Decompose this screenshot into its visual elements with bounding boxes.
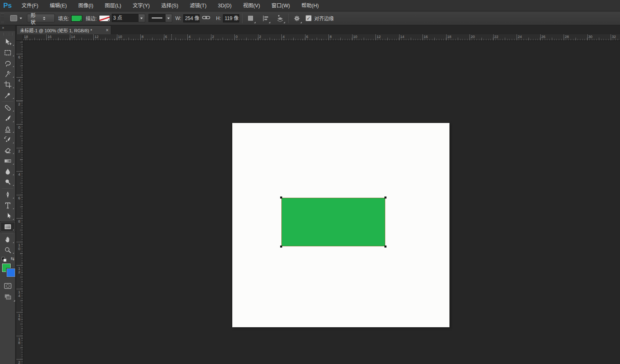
menu-items: 文件(F)编辑(E)图像(I)图层(L)文字(Y)选择(S)滤镜(T)3D(D)… bbox=[16, 0, 325, 11]
ruler-label: 10 bbox=[353, 35, 357, 39]
chevron-down-icon bbox=[254, 22, 256, 23]
menu-item-9[interactable]: 窗口(W) bbox=[266, 3, 296, 9]
ruler-label: 6 bbox=[306, 35, 308, 39]
shape-mode-select[interactable]: 形状 bbox=[27, 14, 55, 22]
ruler-major-tick bbox=[16, 289, 23, 289]
menu-item-10[interactable]: 帮助(H) bbox=[296, 3, 324, 9]
quick-mask-mode-button[interactable] bbox=[0, 281, 16, 291]
align-edges-label: 对齐边缘 bbox=[314, 15, 334, 22]
options-bar-grip[interactable] bbox=[1, 14, 4, 23]
separator bbox=[2, 101, 13, 102]
pen-tool[interactable] bbox=[0, 190, 16, 200]
height-label: H: bbox=[216, 16, 221, 21]
menu-item-3[interactable]: 图层(L) bbox=[99, 3, 127, 9]
ruler-major-tick bbox=[16, 218, 23, 219]
stroke-style-preview[interactable] bbox=[148, 14, 165, 22]
shape-anchor-handle[interactable] bbox=[280, 246, 282, 248]
shape-anchor-handle[interactable] bbox=[384, 197, 386, 199]
color-widget: ⇆ bbox=[0, 257, 16, 281]
shape-anchor-handle[interactable] bbox=[384, 246, 386, 248]
menu-item-0[interactable]: 文件(F) bbox=[16, 3, 44, 9]
menu-item-2[interactable]: 图像(I) bbox=[72, 3, 99, 9]
tool-preset-picker[interactable] bbox=[9, 13, 23, 23]
ruler-corner[interactable] bbox=[16, 34, 23, 41]
ruler-label: 8 bbox=[17, 219, 21, 223]
ruler-major-tick bbox=[46, 34, 47, 41]
stroke-width-dropdown-button[interactable] bbox=[138, 14, 145, 22]
align-edges-checkbox[interactable]: ✓ bbox=[306, 15, 312, 21]
close-tab-icon[interactable]: × bbox=[103, 27, 111, 33]
fill-color-swatch[interactable] bbox=[71, 15, 82, 22]
brush-tool[interactable] bbox=[0, 113, 16, 124]
menu-item-5[interactable]: 选择(S) bbox=[155, 3, 184, 9]
lasso-tool[interactable] bbox=[0, 58, 16, 69]
crop-tool[interactable] bbox=[0, 79, 16, 90]
shape-anchor-handle[interactable] bbox=[280, 197, 282, 199]
collapse-panel-button[interactable]: » bbox=[0, 25, 15, 31]
menu-item-8[interactable]: 视图(V) bbox=[237, 3, 266, 9]
chevron-down-icon bbox=[80, 19, 81, 21]
rectangle-shape[interactable] bbox=[281, 198, 385, 246]
rectangle-tool[interactable] bbox=[0, 221, 16, 232]
blur-tool[interactable] bbox=[0, 166, 16, 177]
path-arrangement-button[interactable] bbox=[275, 13, 285, 24]
dodge-tool[interactable] bbox=[0, 177, 16, 188]
ruler-label: 18 bbox=[24, 35, 28, 39]
ruler-major-tick bbox=[16, 336, 23, 336]
screen-mode-button[interactable] bbox=[0, 291, 16, 302]
ruler-major-tick bbox=[234, 34, 235, 41]
background-color-swatch[interactable] bbox=[7, 268, 15, 277]
zoom-tool[interactable] bbox=[0, 245, 16, 255]
clone-stamp-tool[interactable] bbox=[0, 124, 16, 134]
gradient-tool[interactable] bbox=[0, 156, 16, 166]
hand-tool[interactable] bbox=[0, 234, 16, 245]
shape-height-input[interactable]: 119 像素 bbox=[223, 14, 239, 22]
menu-item-7[interactable]: 3D(D) bbox=[212, 3, 237, 9]
stroke-style-dropdown-button[interactable] bbox=[165, 14, 172, 22]
stroke-style-combo[interactable] bbox=[148, 14, 172, 22]
shape-settings-gear-button[interactable] bbox=[292, 13, 302, 24]
canvas-area[interactable] bbox=[23, 41, 620, 364]
stroke-width-value[interactable]: 3 点 bbox=[112, 14, 138, 22]
chevron-down-icon bbox=[13, 300, 15, 301]
ruler-major-tick bbox=[258, 34, 258, 41]
menu-item-4[interactable]: 文字(Y) bbox=[127, 3, 156, 9]
vertical-ruler[interactable]: 64202468101214161820 bbox=[16, 41, 23, 364]
link-dimensions-icon[interactable] bbox=[202, 15, 210, 21]
eyedropper-tool[interactable] bbox=[0, 90, 16, 100]
ruler-label: 14 bbox=[71, 35, 75, 39]
ruler-label: 2 bbox=[17, 149, 21, 153]
ruler-label: 0 bbox=[236, 35, 238, 39]
path-selection-tool[interactable] bbox=[0, 211, 16, 221]
ruler-label: 2 bbox=[259, 35, 261, 39]
ruler-major-tick bbox=[70, 34, 70, 41]
type-tool[interactable] bbox=[0, 200, 16, 211]
cursor-position-marker bbox=[171, 34, 172, 41]
panel-grip[interactable] bbox=[3, 33, 12, 36]
magic-wand-tool[interactable] bbox=[0, 69, 16, 79]
rectangular-marquee-tool[interactable] bbox=[0, 47, 16, 58]
stroke-width-combo[interactable]: 3 点 bbox=[112, 14, 145, 22]
menu-item-6[interactable]: 滤镜(T) bbox=[184, 3, 212, 9]
path-alignment-button[interactable] bbox=[260, 13, 271, 24]
swap-colors-icon[interactable]: ⇆ bbox=[11, 256, 14, 261]
ruler-label: 4 bbox=[283, 35, 285, 39]
ruler-major-tick bbox=[16, 124, 23, 125]
spot-healing-brush-tool[interactable] bbox=[0, 103, 16, 113]
path-operations-button[interactable] bbox=[245, 13, 256, 24]
document-tab[interactable]: 未标题-1 @ 100% (矩形 1, RGB/8) * × bbox=[16, 25, 111, 34]
default-colors-icon[interactable] bbox=[2, 257, 7, 262]
ruler-label: 32 bbox=[612, 35, 616, 39]
shape-width-input[interactable]: 254 像素 bbox=[183, 14, 200, 22]
horizontal-ruler[interactable]: 1816141210864202468101214161820222426283… bbox=[23, 34, 620, 41]
ruler-major-tick bbox=[164, 34, 164, 41]
ruler-label: 26 bbox=[541, 35, 546, 39]
ruler-label: 28 bbox=[565, 35, 569, 39]
ruler-major-tick bbox=[16, 359, 23, 360]
move-tool[interactable] bbox=[0, 37, 16, 47]
stroke-color-swatch[interactable] bbox=[99, 15, 110, 22]
document-canvas[interactable] bbox=[232, 123, 449, 327]
eraser-tool[interactable] bbox=[0, 145, 16, 156]
menu-item-1[interactable]: 编辑(E) bbox=[44, 3, 73, 9]
history-brush-tool[interactable] bbox=[0, 134, 16, 145]
